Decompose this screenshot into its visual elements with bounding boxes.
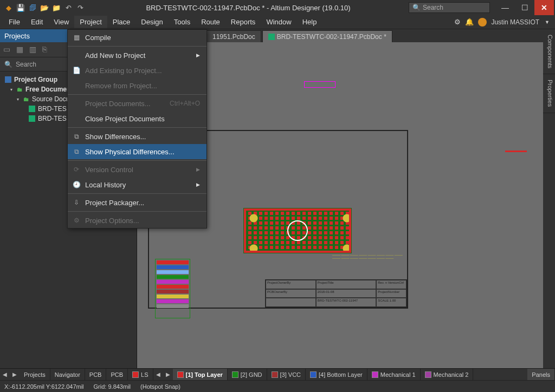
menu-window[interactable]: Window bbox=[261, 16, 296, 28]
folder-icon: 🖿 bbox=[23, 96, 29, 102]
project-menu-dropdown: ▦ Compile Add New to Project ▶ 📄 Add Exi… bbox=[67, 29, 207, 228]
maximize-button[interactable]: ☐ bbox=[515, 0, 534, 15]
pcb-board bbox=[243, 208, 352, 253]
menu-route[interactable]: Route bbox=[196, 16, 225, 28]
doc-tab-active[interactable]: BRD-TESTWTC-002-11947.PcbDoc * bbox=[262, 30, 392, 42]
open-icon[interactable]: 📂 bbox=[40, 3, 49, 12]
bt-bottom-layer[interactable]: [4] Bottom Layer bbox=[306, 369, 367, 380]
layer-swatch bbox=[272, 371, 278, 378]
status-snap: (Hotspot Snap) bbox=[140, 383, 180, 390]
layer-nav-next[interactable]: ▶ bbox=[163, 371, 173, 377]
search-icon: 🔍 bbox=[4, 61, 12, 68]
layer-nav-prev[interactable]: ◀ bbox=[153, 371, 163, 377]
side-tab-properties[interactable]: Properties bbox=[543, 74, 555, 113]
search-icon: 🔍 bbox=[412, 4, 421, 11]
compile-icon: ▦ bbox=[72, 33, 81, 42]
bell-icon[interactable]: 🔔 bbox=[465, 18, 474, 26]
menu-help[interactable]: Help bbox=[297, 16, 322, 28]
bt-top-layer[interactable]: [1] Top Layer bbox=[173, 369, 228, 380]
layer-swatch bbox=[132, 371, 139, 378]
pcb-doc-icon bbox=[268, 34, 275, 40]
global-search[interactable]: 🔍 Search bbox=[409, 2, 490, 13]
menu-reports[interactable]: Reports bbox=[225, 16, 261, 28]
tab-nav-next[interactable]: ▶ bbox=[10, 371, 20, 377]
menu-place[interactable]: Place bbox=[107, 16, 136, 28]
user-name[interactable]: Justin MASSIOT bbox=[491, 18, 539, 26]
submenu-arrow-icon: ▶ bbox=[196, 167, 200, 172]
bt-ls[interactable]: LS bbox=[128, 369, 153, 380]
dd-separator bbox=[68, 46, 206, 47]
dd-local-history[interactable]: 🕘 Local History ▶ bbox=[68, 177, 206, 192]
doc-tab[interactable]: 11951.PcbDoc bbox=[206, 30, 261, 42]
layer-swatch bbox=[177, 371, 184, 378]
menu-tools[interactable]: Tools bbox=[169, 16, 196, 28]
panel-icon[interactable]: ▭ bbox=[3, 45, 13, 55]
menu-edit[interactable]: Edit bbox=[25, 16, 48, 28]
bt-navigator[interactable]: Navigator bbox=[50, 369, 85, 380]
menu-file[interactable]: File bbox=[3, 16, 25, 28]
collapse-icon[interactable]: ▾ bbox=[15, 97, 21, 102]
magenta-selection bbox=[304, 81, 335, 88]
version-icon: ⟳ bbox=[72, 165, 81, 174]
dd-close-project-documents[interactable]: Close Project Documents bbox=[68, 111, 206, 126]
undo-icon[interactable]: ↶ bbox=[64, 3, 73, 12]
avatar[interactable] bbox=[478, 18, 487, 27]
menu-project[interactable]: Project bbox=[74, 16, 107, 28]
chevron-down-icon[interactable]: ▼ bbox=[545, 19, 550, 25]
workspace-icon bbox=[5, 76, 11, 83]
collapse-icon[interactable]: ▾ bbox=[9, 87, 14, 92]
pcb-doc-icon bbox=[29, 115, 35, 122]
panel-icon[interactable]: ▥ bbox=[29, 45, 39, 55]
status-grid: Grid: 9.843mil bbox=[94, 383, 131, 390]
layer-swatch bbox=[310, 371, 317, 378]
menu-view[interactable]: View bbox=[48, 16, 74, 28]
pcb-doc-icon bbox=[29, 106, 35, 112]
diff-icon: ⧉ bbox=[72, 132, 81, 141]
open-project-icon[interactable]: 📁 bbox=[52, 3, 61, 12]
dd-version-control: ⟳ Version Control ▶ bbox=[68, 162, 206, 177]
dd-add-new[interactable]: Add New to Project ▶ bbox=[68, 48, 206, 63]
bt-pcb[interactable]: PCB bbox=[85, 369, 107, 380]
target-icon bbox=[287, 220, 308, 241]
status-coords: X:-6112.205mil Y:6122.047mil bbox=[4, 383, 84, 390]
submenu-arrow-icon: ▶ bbox=[196, 182, 200, 187]
panel-icon[interactable]: ▦ bbox=[16, 45, 26, 55]
dd-add-existing: 📄 Add Existing to Project... bbox=[68, 63, 206, 78]
marker bbox=[505, 151, 527, 152]
packager-icon: ⇩ bbox=[72, 198, 81, 207]
bt-mechanical-2[interactable]: Mechanical 2 bbox=[421, 369, 474, 380]
redo-icon[interactable]: ↷ bbox=[76, 3, 85, 12]
tab-nav-prev[interactable]: ◀ bbox=[0, 371, 10, 377]
dd-project-packager[interactable]: ⇩ Project Packager... bbox=[68, 195, 206, 210]
dd-show-physical-differences[interactable]: ⧉ Show Physical Differences... bbox=[68, 144, 206, 159]
dd-show-differences[interactable]: ⧉ Show Differences... bbox=[68, 129, 206, 144]
dd-separator bbox=[68, 127, 206, 128]
dd-compile[interactable]: ▦ Compile bbox=[68, 30, 206, 45]
layer-swatch bbox=[372, 371, 378, 378]
menu-design[interactable]: Design bbox=[135, 16, 168, 28]
side-tab-components[interactable]: Components bbox=[543, 29, 555, 74]
dd-remove: Remove from Project... bbox=[68, 78, 206, 93]
bt-gnd[interactable]: [2] GND bbox=[228, 369, 267, 380]
close-button[interactable]: ✕ bbox=[534, 0, 554, 15]
save-all-icon[interactable]: 🗐 bbox=[28, 3, 37, 12]
dd-project-options: ⚙ Project Options... bbox=[68, 213, 206, 228]
bt-projects[interactable]: Projects bbox=[20, 369, 50, 380]
bt-mechanical-1[interactable]: Mechanical 1 bbox=[367, 369, 421, 380]
side-panels: Components Properties bbox=[543, 29, 555, 368]
menubar: File Edit View Project Place Design Tool… bbox=[0, 15, 555, 29]
menubar-right: ⚙ 🔔 Justin MASSIOT ▼ bbox=[454, 18, 552, 27]
minimize-button[interactable]: — bbox=[495, 0, 515, 15]
save-icon[interactable]: 💾 bbox=[16, 3, 25, 12]
layer-legend bbox=[155, 259, 190, 318]
submenu-arrow-icon: ▶ bbox=[196, 53, 200, 58]
main-area: ▦ Compile Add New to Project ▶ 📄 Add Exi… bbox=[0, 29, 555, 368]
dd-separator bbox=[68, 160, 206, 161]
gear-icon[interactable]: ⚙ bbox=[454, 18, 461, 26]
window-title: BRD-TESTWTC-002-11947.PcbDoc * - Altium … bbox=[88, 4, 409, 12]
bt-vcc[interactable]: [3] VCC bbox=[267, 369, 306, 380]
bt-pcb[interactable]: PCB bbox=[106, 369, 128, 380]
bt-panels[interactable]: Panels bbox=[527, 369, 555, 380]
statusbar: X:-6112.205mil Y:6122.047mil Grid: 9.843… bbox=[0, 380, 555, 392]
panel-icon[interactable]: ⎘ bbox=[42, 45, 52, 55]
